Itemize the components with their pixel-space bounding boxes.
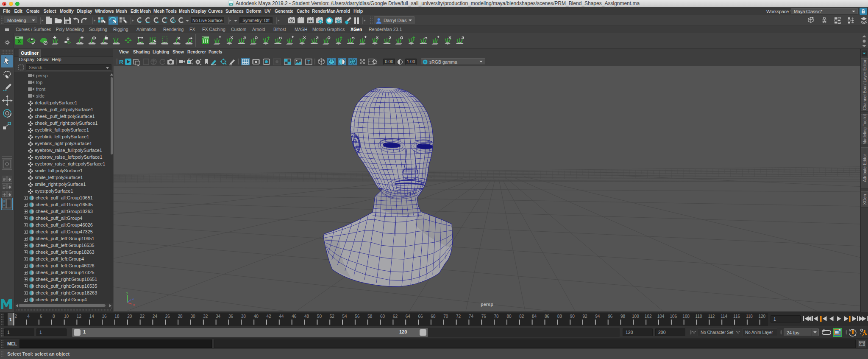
svg-text:20: 20	[127, 314, 132, 319]
svg-text:92: 92	[582, 314, 587, 319]
svg-text:{;}: {;}	[859, 343, 865, 346]
svg-text:10: 10	[64, 314, 69, 319]
svg-text:38: 38	[241, 314, 246, 319]
svg-text:R: R	[119, 59, 123, 65]
svg-text:72: 72	[456, 314, 461, 319]
svg-text:24: 24	[153, 314, 158, 319]
svg-text:96: 96	[608, 314, 613, 319]
svg-text:X: X	[17, 39, 21, 45]
svg-text:44: 44	[279, 314, 284, 319]
svg-text:34: 34	[216, 314, 221, 319]
svg-text:78: 78	[494, 314, 499, 319]
svg-text:8: 8	[53, 314, 55, 319]
svg-text:26: 26	[165, 314, 170, 319]
svg-text:110: 110	[696, 314, 702, 319]
svg-text:z: z	[132, 297, 134, 300]
svg-text:108: 108	[682, 314, 690, 319]
svg-text:52: 52	[330, 314, 335, 319]
svg-text:118: 118	[746, 314, 753, 319]
svg-text:88: 88	[557, 314, 562, 319]
svg-text:22: 22	[140, 314, 145, 319]
svg-text:90: 90	[570, 314, 575, 319]
svg-text:2: 2	[14, 314, 17, 319]
svg-text:102: 102	[645, 314, 652, 319]
svg-text:4: 4	[27, 314, 30, 319]
svg-text:116: 116	[733, 314, 740, 319]
svg-text:T: T	[307, 60, 310, 65]
svg-text:68: 68	[431, 314, 436, 319]
svg-text:62: 62	[393, 314, 398, 319]
svg-text:56: 56	[355, 314, 360, 319]
svg-text:6: 6	[40, 314, 42, 319]
svg-text:36: 36	[228, 314, 234, 319]
svg-text:x: x	[133, 303, 135, 307]
svg-text:42: 42	[266, 314, 271, 319]
svg-text:40: 40	[254, 314, 259, 319]
svg-text:76: 76	[481, 314, 487, 319]
svg-text:G: G	[424, 61, 426, 64]
svg-text:IPR: IPR	[308, 20, 313, 23]
svg-text:100: 100	[632, 314, 639, 319]
svg-text:60: 60	[380, 314, 385, 319]
svg-text:MA: MA	[230, 3, 232, 6]
svg-text:74: 74	[469, 314, 474, 319]
svg-text:16: 16	[102, 314, 107, 319]
svg-text:54: 54	[342, 314, 347, 319]
svg-text:114: 114	[721, 314, 727, 319]
svg-text:14: 14	[89, 314, 95, 319]
svg-text:18: 18	[114, 314, 120, 319]
svg-text:82: 82	[519, 314, 524, 319]
svg-text:86: 86	[545, 314, 550, 319]
svg-text:70: 70	[443, 314, 448, 319]
svg-text:112: 112	[708, 314, 715, 319]
svg-text:12: 12	[77, 314, 82, 319]
svg-text:32: 32	[203, 314, 208, 319]
svg-text:30: 30	[190, 314, 195, 319]
svg-text:48: 48	[304, 314, 309, 319]
svg-text:1: 1	[9, 317, 12, 322]
svg-text:50: 50	[317, 314, 322, 319]
svg-text:80: 80	[506, 314, 512, 319]
svg-text:106: 106	[670, 314, 677, 319]
svg-text:28: 28	[178, 314, 183, 319]
svg-text:64: 64	[406, 314, 411, 319]
svg-text:46: 46	[292, 314, 297, 319]
svg-text:104: 104	[657, 314, 665, 319]
svg-text:persp: persp	[481, 302, 493, 307]
svg-text:84: 84	[532, 314, 537, 319]
svg-text:94: 94	[595, 314, 600, 319]
svg-text:58: 58	[367, 314, 373, 319]
svg-text:y: y	[126, 291, 128, 294]
svg-text:66: 66	[418, 314, 423, 319]
svg-text:120: 120	[758, 314, 765, 319]
svg-text:98: 98	[620, 314, 626, 319]
